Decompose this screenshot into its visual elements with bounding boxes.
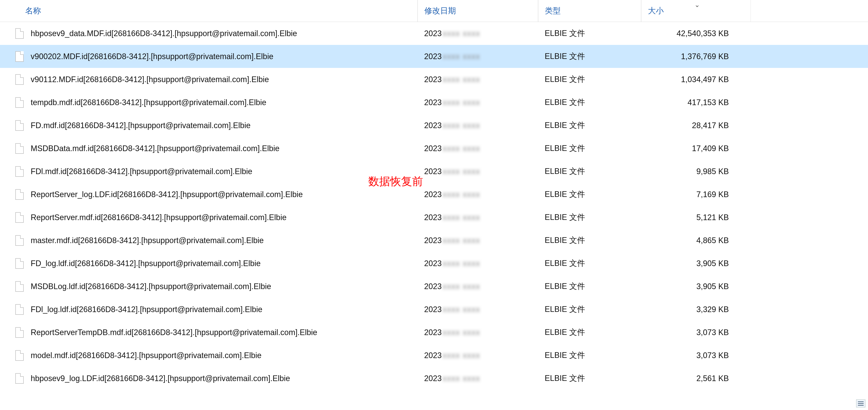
file-name: FDl.mdf.id[268166D8-3412].[hpsupport@pri… [31, 167, 252, 176]
file-date-redacted: xxxx xxxx [442, 351, 480, 360]
file-name: tempdb.mdf.id[268166D8-3412].[hpsupport@… [31, 98, 266, 107]
file-row[interactable]: v90112.MDF.id[268166D8-3412].[hpsupport@… [0, 68, 868, 91]
file-size: 7,169 KB [696, 190, 729, 199]
file-name: FD.mdf.id[268166D8-3412].[hpsupport@priv… [31, 121, 251, 130]
file-icon [16, 258, 24, 269]
file-size: 17,409 KB [692, 144, 729, 153]
file-row[interactable]: MSDBLog.ldf.id[268166D8-3412].[hpsupport… [0, 275, 868, 298]
column-header-name[interactable]: 名称 [0, 0, 417, 22]
file-icon [16, 74, 24, 85]
file-size: 3,073 KB [696, 351, 729, 360]
file-date-year: 2023 [424, 167, 442, 176]
file-date-year: 2023 [424, 121, 442, 130]
file-type: ELBIE 文件 [545, 374, 585, 383]
file-date-redacted: xxxx xxxx [442, 328, 480, 337]
file-size: 4,865 KB [696, 236, 729, 245]
file-date-year: 2023 [424, 29, 442, 38]
file-rows: hbposev9_data.MDF.id[268166D8-3412].[hps… [0, 22, 868, 390]
file-row[interactable]: FD_log.ldf.id[268166D8-3412].[hpsupport@… [0, 252, 868, 275]
file-row[interactable]: master.mdf.id[268166D8-3412].[hpsupport@… [0, 229, 868, 252]
file-row[interactable]: ReportServer_log.LDF.id[268166D8-3412].[… [0, 183, 868, 206]
file-name: v90112.MDF.id[268166D8-3412].[hpsupport@… [31, 75, 269, 84]
file-icon [16, 166, 24, 177]
column-header-size[interactable]: 大小 ⌄ [641, 0, 751, 22]
file-row[interactable]: tempdb.mdf.id[268166D8-3412].[hpsupport@… [0, 91, 868, 114]
file-type: ELBIE 文件 [545, 259, 585, 268]
file-size: 9,985 KB [696, 167, 729, 176]
file-icon [16, 120, 24, 131]
file-icon [16, 212, 24, 223]
file-date-redacted: xxxx xxxx [442, 29, 480, 38]
file-size: 1,034,497 KB [681, 75, 729, 84]
file-name: hbposev9_log.LDF.id[268166D8-3412].[hpsu… [31, 374, 290, 383]
file-name: ReportServer.mdf.id[268166D8-3412].[hpsu… [31, 213, 286, 222]
file-type: ELBIE 文件 [545, 29, 585, 38]
file-icon [16, 350, 24, 361]
file-date-year: 2023 [424, 236, 442, 245]
file-date-year: 2023 [424, 190, 442, 199]
file-size: 3,905 KB [696, 282, 729, 291]
file-size: 3,905 KB [696, 259, 729, 268]
file-date-redacted: xxxx xxxx [442, 374, 480, 383]
file-name: ReportServer_log.LDF.id[268166D8-3412].[… [31, 190, 303, 199]
file-row[interactable]: v900202.MDF.id[268166D8-3412].[hpsupport… [0, 45, 868, 68]
column-header-name-label: 名称 [25, 5, 41, 16]
file-name: v900202.MDF.id[268166D8-3412].[hpsupport… [31, 52, 273, 61]
file-size: 28,417 KB [692, 121, 729, 130]
file-date-year: 2023 [424, 259, 442, 268]
file-icon [16, 327, 24, 338]
file-type: ELBIE 文件 [545, 144, 585, 152]
file-name: model.mdf.id[268166D8-3412].[hpsupport@p… [31, 351, 261, 360]
file-name: ReportServerTempDB.mdf.id[268166D8-3412]… [31, 328, 317, 337]
file-row[interactable]: ReportServer.mdf.id[268166D8-3412].[hpsu… [0, 206, 868, 229]
file-row[interactable]: FD.mdf.id[268166D8-3412].[hpsupport@priv… [0, 114, 868, 137]
column-header-date[interactable]: 修改日期 [417, 0, 538, 22]
file-row[interactable]: MSDBData.mdf.id[268166D8-3412].[hpsuppor… [0, 137, 868, 160]
file-row[interactable]: FDl.mdf.id[268166D8-3412].[hpsupport@pri… [0, 160, 868, 183]
column-header-date-label: 修改日期 [424, 5, 456, 16]
overlay-annotation: 数据恢复前 [368, 174, 423, 189]
file-date-redacted: xxxx xxxx [442, 213, 480, 222]
file-row[interactable]: hbposev9_data.MDF.id[268166D8-3412].[hps… [0, 22, 868, 45]
file-row[interactable]: hbposev9_log.LDF.id[268166D8-3412].[hpsu… [0, 367, 868, 390]
file-type: ELBIE 文件 [545, 167, 585, 176]
column-header-type[interactable]: 类型 [538, 0, 641, 22]
file-name: FD_log.ldf.id[268166D8-3412].[hpsupport@… [31, 259, 260, 268]
file-date-year: 2023 [424, 328, 442, 337]
file-type: ELBIE 文件 [545, 98, 585, 107]
file-size: 1,376,769 KB [681, 52, 729, 61]
overflow-menu-icon[interactable] [856, 400, 865, 407]
file-size: 42,540,353 KB [677, 29, 729, 38]
column-header-type-label: 类型 [545, 5, 561, 16]
file-name: FDl_log.ldf.id[268166D8-3412].[hpsupport… [31, 305, 262, 314]
file-date-year: 2023 [424, 75, 442, 84]
file-row[interactable]: model.mdf.id[268166D8-3412].[hpsupport@p… [0, 344, 868, 367]
file-date-year: 2023 [424, 351, 442, 360]
sort-descending-icon: ⌄ [694, 1, 700, 8]
file-type: ELBIE 文件 [545, 305, 585, 314]
file-name: MSDBData.mdf.id[268166D8-3412].[hpsuppor… [31, 144, 279, 153]
file-icon [16, 51, 24, 62]
file-name: master.mdf.id[268166D8-3412].[hpsupport@… [31, 236, 264, 245]
file-date-redacted: xxxx xxxx [442, 167, 480, 176]
file-row[interactable]: FDl_log.ldf.id[268166D8-3412].[hpsupport… [0, 298, 868, 321]
file-date-redacted: xxxx xxxx [442, 144, 480, 153]
file-list-view: 名称 修改日期 类型 大小 ⌄ hbposev9_data.MDF.id[268… [0, 0, 868, 410]
file-type: ELBIE 文件 [545, 213, 585, 221]
file-date-redacted: xxxx xxxx [442, 259, 480, 268]
file-row[interactable]: ReportServerTempDB.mdf.id[268166D8-3412]… [0, 321, 868, 344]
file-icon [16, 143, 24, 154]
file-date-year: 2023 [424, 282, 442, 291]
file-icon [16, 189, 24, 200]
file-type: ELBIE 文件 [545, 121, 585, 130]
file-icon [16, 28, 24, 39]
file-name: hbposev9_data.MDF.id[268166D8-3412].[hps… [31, 29, 297, 38]
file-date-year: 2023 [424, 98, 442, 107]
file-type: ELBIE 文件 [545, 328, 585, 337]
file-size: 5,121 KB [696, 213, 729, 222]
file-date-year: 2023 [424, 305, 442, 314]
file-date-year: 2023 [424, 374, 442, 383]
file-date-redacted: xxxx xxxx [442, 190, 480, 199]
file-type: ELBIE 文件 [545, 282, 585, 291]
file-icon [16, 304, 24, 315]
